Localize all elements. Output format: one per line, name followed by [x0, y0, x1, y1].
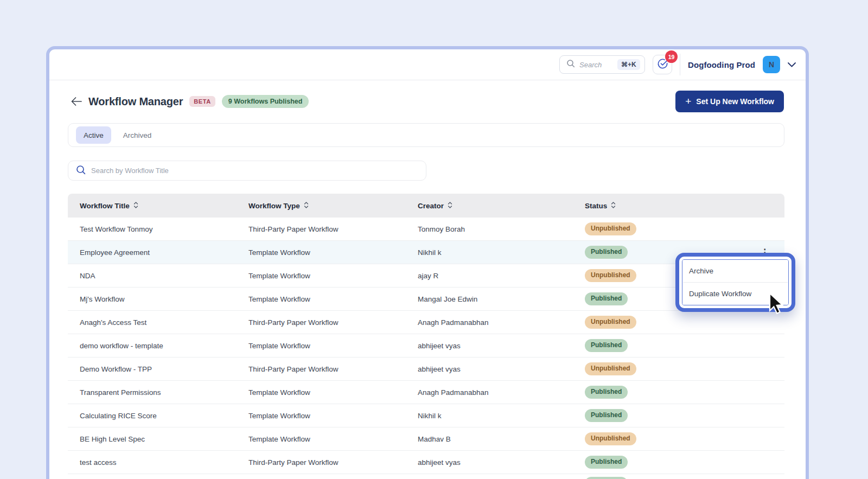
- status-cell: Published: [585, 339, 784, 352]
- beta-badge: BETA: [189, 96, 215, 107]
- status-cell: Unpublished: [585, 432, 784, 445]
- tabs-bar: ActiveArchived: [68, 123, 784, 147]
- row-context-menu: ArchiveDuplicate Workflow: [682, 259, 789, 305]
- workflow-search-input[interactable]: [91, 167, 418, 175]
- workflow-title-cell: Mj's Workflow: [80, 295, 248, 303]
- page-header: Workflow Manager BETA 9 Workflows Publis…: [71, 91, 784, 112]
- table-row[interactable]: Published ⋮: [68, 474, 784, 479]
- status-cell: Published: [585, 386, 784, 399]
- column-label: Workflow Title: [80, 202, 130, 210]
- workflow-title-cell: Calculating RICE Score: [80, 412, 248, 420]
- workflow-type-cell: Template Workflow: [248, 388, 418, 397]
- set-up-new-workflow-button[interactable]: + Set Up New Workflow: [675, 91, 784, 112]
- column-header-status[interactable]: Status: [585, 201, 784, 210]
- status-cell: Unpublished: [585, 222, 784, 235]
- workflow-type-cell: Third-Party Paper Workflow: [248, 318, 418, 327]
- chevron-down-icon[interactable]: [788, 60, 796, 69]
- workflow-type-cell: Template Workflow: [248, 272, 418, 280]
- status-cell: Published: [585, 409, 784, 422]
- status-badge: Unpublished: [585, 362, 636, 375]
- creator-cell: Mangal Joe Edwin: [418, 295, 585, 303]
- avatar[interactable]: N: [763, 56, 780, 73]
- status-badge: Published: [585, 477, 628, 479]
- status-cell: Published: [585, 456, 784, 469]
- table-header-row: Workflow TitleWorkflow TypeCreatorStatus: [68, 194, 784, 218]
- table-row[interactable]: Test Workflow Tonmoy Third-Party Paper W…: [68, 218, 784, 241]
- workflow-type-cell: Template Workflow: [248, 248, 418, 257]
- menu-item-archive[interactable]: Archive: [682, 260, 788, 282]
- table-row[interactable]: Calculating RICE Score Template Workflow…: [68, 404, 784, 427]
- tab-active[interactable]: Active: [76, 126, 111, 144]
- workflow-type-cell: Third-Party Paper Workflow: [248, 225, 418, 233]
- status-badge: Published: [585, 456, 628, 469]
- creator-cell: Nikhil k: [418, 412, 585, 420]
- sort-icon[interactable]: [304, 201, 309, 210]
- org-name-label[interactable]: Dogfooding Prod: [688, 60, 755, 69]
- status-cell: Unpublished: [585, 316, 784, 329]
- status-cell: Unpublished: [585, 362, 784, 375]
- tab-archived[interactable]: Archived: [116, 126, 159, 144]
- table-row[interactable]: Transparent Permissions Template Workflo…: [68, 381, 784, 404]
- creator-cell: Madhav B: [418, 435, 585, 443]
- sort-icon[interactable]: [448, 201, 452, 210]
- creator-cell: abhijeet vyas: [418, 365, 585, 373]
- sort-icon[interactable]: [133, 201, 138, 210]
- table-row[interactable]: BE High Level Spec Template Workflow Mad…: [68, 427, 784, 451]
- column-header-workflow-type[interactable]: Workflow Type: [248, 201, 418, 210]
- workflow-title-cell: Demo Workflow - TPP: [80, 365, 248, 373]
- creator-cell: abhijeet vyas: [418, 458, 585, 467]
- column-header-creator[interactable]: Creator: [418, 201, 585, 210]
- workflows-published-badge: 9 Workflows Published: [222, 95, 309, 108]
- global-search-box[interactable]: ⌘+K: [559, 55, 645, 74]
- table-row[interactable]: test access Third-Party Paper Workflow a…: [68, 451, 784, 474]
- workflow-type-cell: Third-Party Paper Workflow: [248, 458, 418, 467]
- workflow-title-cell: Anagh's Access Test: [80, 318, 248, 327]
- menu-item-duplicate-workflow[interactable]: Duplicate Workflow: [682, 283, 788, 305]
- notification-count-badge: 19: [665, 50, 678, 63]
- status-badge: Published: [585, 339, 628, 352]
- search-shortcut-badge: ⌘+K: [617, 59, 640, 70]
- workflow-search-box[interactable]: [68, 161, 426, 181]
- workflows-table: Workflow TitleWorkflow TypeCreatorStatus…: [68, 194, 784, 479]
- creator-cell: Anagh Padmanabhan: [418, 318, 585, 327]
- set-up-new-workflow-label: Set Up New Workflow: [696, 97, 774, 106]
- status-badge: Unpublished: [585, 269, 636, 282]
- workflow-type-cell: Third-Party Paper Workflow: [248, 365, 418, 373]
- creator-cell: Tonmoy Borah: [418, 225, 585, 233]
- status-badge: Published: [585, 246, 628, 259]
- workflow-title-cell: NDA: [80, 272, 248, 280]
- workflow-title-cell: Employee Agreement: [80, 248, 248, 257]
- workflow-type-cell: Template Workflow: [248, 342, 418, 350]
- creator-cell: Anagh Padmanabhan: [418, 388, 585, 397]
- table-row[interactable]: Anagh's Access Test Third-Party Paper Wo…: [68, 311, 784, 334]
- workflow-title-cell: Test Workflow Tonmoy: [80, 225, 248, 233]
- workflow-type-cell: Template Workflow: [248, 295, 418, 303]
- creator-cell: ajay R: [418, 272, 585, 280]
- status-badge: Unpublished: [585, 316, 636, 329]
- creator-cell: Nikhil k: [418, 248, 585, 257]
- workflow-type-cell: Template Workflow: [248, 412, 418, 420]
- search-icon: [76, 165, 86, 177]
- status-cell: Published: [585, 477, 784, 479]
- sort-icon[interactable]: [611, 201, 616, 210]
- back-arrow-icon[interactable]: [71, 97, 82, 106]
- tasks-button[interactable]: 19: [653, 55, 672, 74]
- status-badge: Unpublished: [585, 432, 636, 445]
- creator-cell: abhijeet vyas: [418, 342, 585, 350]
- table-row[interactable]: Demo Workflow - TPP Third-Party Paper Wo…: [68, 357, 784, 381]
- workflow-title-cell: BE High Level Spec: [80, 435, 248, 443]
- status-badge: Unpublished: [585, 222, 636, 235]
- table-row[interactable]: demo workflow - template Template Workfl…: [68, 334, 784, 357]
- workflow-title-cell: test access: [80, 458, 248, 467]
- column-header-workflow-title[interactable]: Workflow Title: [80, 201, 248, 210]
- workflow-type-cell: Template Workflow: [248, 435, 418, 443]
- column-label: Creator: [418, 202, 444, 210]
- header-divider: [680, 54, 680, 75]
- app-window: ⌘+K 19 Dogfooding Prod N Workflow Manage…: [46, 46, 809, 479]
- status-badge: Published: [585, 292, 628, 305]
- plus-icon: +: [685, 96, 691, 106]
- status-badge: Published: [585, 386, 628, 399]
- global-search-input[interactable]: [579, 61, 613, 69]
- column-label: Status: [585, 202, 607, 210]
- status-badge: Published: [585, 409, 628, 422]
